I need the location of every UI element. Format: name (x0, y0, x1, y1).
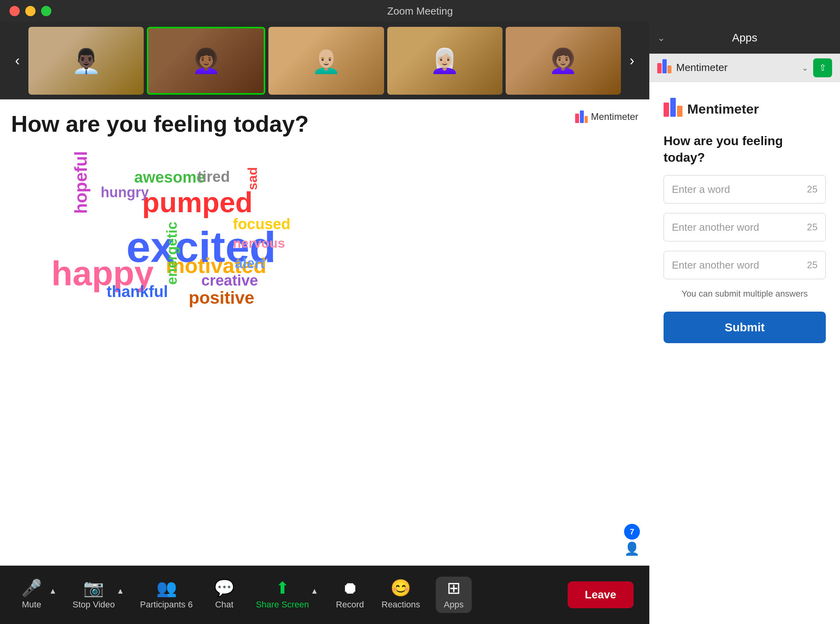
mute-label: Mute (22, 600, 41, 610)
apps-chevron-icon[interactable]: ⌄ (657, 32, 665, 43)
leave-button[interactable]: Leave (568, 581, 634, 608)
reactions-icon: 😊 (390, 580, 411, 596)
mentimeter-header: Mentimeter (664, 98, 826, 120)
apps-label: Apps (444, 600, 463, 610)
word-input-1-placeholder: Enter a word (672, 183, 730, 196)
share-caret-icon[interactable]: ▲ (311, 587, 319, 596)
participant-avatar-3: 👨🏼‍🦲 (268, 27, 384, 95)
strip-next-button[interactable]: › (621, 22, 643, 99)
minimize-button[interactable] (25, 6, 36, 16)
zoom-area: ‹ 👨🏿‍💼 👩🏾‍🦱 👨🏼‍🦲 👩🏼‍🦳 👩🏽‍🦱 (0, 22, 649, 624)
participant-icon: 👤 (624, 541, 640, 556)
share-label: Share Screen (256, 600, 309, 610)
participants-label: Participants 6 (140, 600, 193, 610)
video-caret-icon[interactable]: ▲ (116, 587, 124, 596)
record-label: Record (336, 600, 364, 610)
thumbnail-5[interactable]: 👩🏽‍🦱 (506, 27, 621, 95)
window-controls (9, 6, 51, 16)
word-nervous: nervous (233, 235, 285, 251)
mute-group: 🎤 Mute ▲ (16, 580, 57, 610)
mentimeter-content: Mentimeter How are you feeling today? En… (649, 82, 840, 624)
record-button[interactable]: ⏺ Record (334, 580, 366, 610)
word-input-3-count: 25 (807, 260, 818, 271)
participant-avatar-5: 👩🏽‍🦱 (506, 27, 621, 95)
word-input-3-placeholder: Enter another word (672, 259, 759, 271)
mentimeter-action-icon[interactable]: ⇧ (813, 58, 832, 77)
word-input-2-count: 25 (807, 222, 818, 233)
reactions-button[interactable]: 😊 Reactions (382, 580, 420, 610)
svg-rect-7 (670, 98, 676, 117)
word-awesome: awesome (134, 168, 205, 186)
wordcloud-area: How are you feeling today? Mentimeter ex… (0, 99, 649, 566)
thumbnail-1[interactable]: 👨🏿‍💼 (28, 27, 144, 95)
word-tired: tired (197, 168, 230, 185)
participant-avatar-1: 👨🏿‍💼 (28, 27, 144, 95)
svg-rect-3 (657, 63, 662, 73)
submit-button[interactable]: Submit (664, 312, 826, 343)
word-pumped: pumped (142, 186, 253, 219)
mute-caret-icon[interactable]: ▲ (49, 587, 57, 596)
apps-panel-header: ⌄ Apps (649, 22, 840, 54)
participant-avatar-4: 👩🏼‍🦳 (387, 27, 502, 95)
thumbnail-2[interactable]: 👩🏾‍🦱 (147, 27, 265, 95)
word-input-2-placeholder: Enter another word (672, 221, 759, 234)
share-group: ⬆ Share Screen ▲ (256, 580, 318, 610)
mute-button[interactable]: 🎤 Mute (16, 580, 47, 610)
chat-label: Chat (215, 600, 233, 610)
word-thankful: thankful (107, 283, 168, 301)
participant-badge: 7 👤 (624, 524, 640, 556)
wordcloud-canvas: excited happy pumped motivated hopeful a… (0, 99, 649, 566)
thumbnail-4[interactable]: 👩🏼‍🦳 (387, 27, 502, 95)
title-bar: Zoom Meeting (0, 0, 840, 22)
apps-panel: ⌄ Apps Mentimeter ⌄ ⇧ (649, 22, 840, 624)
strip-prev-button[interactable]: ‹ (6, 22, 28, 99)
mentimeter-bar: Mentimeter ⌄ ⇧ (649, 54, 840, 82)
mentimeter-name: Mentimeter (687, 101, 759, 117)
word-input-1[interactable]: Enter a word 25 (664, 175, 826, 204)
mentimeter-question: How are you feeling today? (664, 133, 826, 166)
mentimeter-dropdown-icon[interactable]: ⌄ (802, 63, 808, 73)
mentimeter-logo-icon (664, 98, 682, 120)
word-alert: alert (235, 255, 265, 272)
word-input-2[interactable]: Enter another word 25 (664, 213, 826, 241)
word-creative: creative (201, 272, 258, 289)
word-sad: sad (245, 167, 260, 190)
thumbnail-3[interactable]: 👨🏼‍🦲 (268, 27, 384, 95)
share-icon: ⬆ (276, 580, 289, 596)
submit-hint: You can submit multiple answers (664, 289, 826, 299)
record-icon: ⏺ (342, 580, 358, 596)
upload-icon: ⇧ (819, 63, 826, 73)
mentimeter-bar-name: Mentimeter (676, 62, 797, 74)
svg-rect-4 (662, 59, 667, 73)
video-icon: 📷 (83, 580, 104, 596)
reactions-label: Reactions (382, 600, 420, 610)
maximize-button[interactable] (41, 6, 51, 16)
main-container: ‹ 👨🏿‍💼 👩🏾‍🦱 👨🏼‍🦲 👩🏼‍🦳 👩🏽‍🦱 (0, 22, 840, 624)
word-input-3[interactable]: Enter another word 25 (664, 251, 826, 279)
word-energetic: energetic (164, 222, 180, 285)
apps-panel-title: Apps (732, 32, 758, 44)
toolbar-left: 🎤 Mute ▲ 📷 Stop Video ▲ 👥 (16, 577, 472, 613)
stop-video-button[interactable]: 📷 Stop Video (73, 580, 115, 610)
svg-rect-5 (668, 65, 671, 73)
mentimeter-bar-icon (657, 59, 671, 73)
svg-rect-8 (677, 106, 682, 117)
video-label: Stop Video (73, 600, 115, 610)
word-focused: focused (233, 216, 291, 233)
participant-avatar-2: 👩🏾‍🦱 (148, 28, 264, 93)
toolbar: 🎤 Mute ▲ 📷 Stop Video ▲ 👥 (0, 566, 649, 624)
word-hungry: hungry (101, 184, 149, 201)
word-positive: positive (189, 288, 254, 308)
word-input-1-count: 25 (807, 184, 818, 195)
apps-icon: ⊞ (447, 580, 461, 596)
window-title: Zoom Meeting (387, 5, 453, 17)
chat-button[interactable]: 💬 Chat (208, 580, 240, 610)
thumbnails: 👨🏿‍💼 👩🏾‍🦱 👨🏼‍🦲 👩🏼‍🦳 👩🏽‍🦱 (28, 27, 621, 95)
participants-button[interactable]: 👥 Participants 6 (140, 580, 193, 610)
close-button[interactable] (9, 6, 20, 16)
participant-count: 7 (624, 524, 640, 540)
thumbnail-strip: ‹ 👨🏿‍💼 👩🏾‍🦱 👨🏼‍🦲 👩🏼‍🦳 👩🏽‍🦱 (0, 22, 649, 99)
video-group: 📷 Stop Video ▲ (73, 580, 124, 610)
apps-button[interactable]: ⊞ Apps (436, 577, 471, 613)
share-screen-button[interactable]: ⬆ Share Screen (256, 580, 309, 610)
